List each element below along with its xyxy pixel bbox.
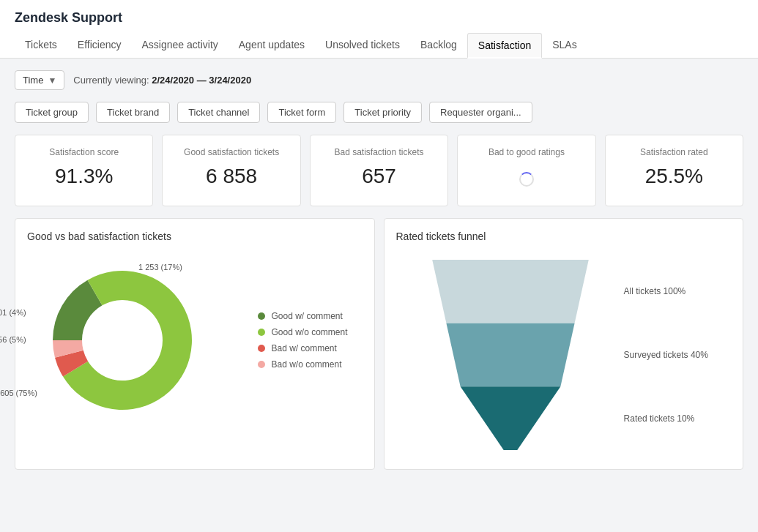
metrics-row: Satisfaction score91.3%Good satisfaction… bbox=[15, 135, 743, 206]
metric-card: Satisfaction score91.3% bbox=[15, 135, 153, 206]
funnel-level-label: All tickets 100% bbox=[624, 286, 708, 296]
charts-row: Good vs bad satisfaction tickets 1 253 (… bbox=[15, 218, 743, 470]
funnel-level-label: Surveyed tickets 40% bbox=[624, 350, 708, 360]
viewing-prefix: Currently viewing: bbox=[73, 75, 149, 86]
legend-dot bbox=[258, 361, 265, 368]
metric-label: Bad to good ratings bbox=[469, 147, 583, 157]
legend-label: Good w/o comment bbox=[271, 327, 347, 337]
viewing-text: Currently viewing: 2/24/2020 — 3/24/2020 bbox=[73, 75, 251, 86]
donut-annotation: 1 253 (17%) bbox=[138, 263, 182, 271]
time-label: Time bbox=[23, 75, 43, 86]
legend-dot bbox=[258, 312, 265, 320]
filter-chip-ticket-priority[interactable]: Ticket priority bbox=[343, 102, 422, 123]
donut-container: 1 253 (17%)301 (4%)356 (5%)5 605 (75%) G… bbox=[27, 252, 363, 428]
nav-tabs: TicketsEfficiencyAssignee activityAgent … bbox=[15, 33, 743, 58]
nav-tab-unsolved-tickets[interactable]: Unsolved tickets bbox=[315, 33, 410, 58]
filter-chip-ticket-brand[interactable]: Ticket brand bbox=[96, 102, 170, 123]
legend-label: Bad w/ comment bbox=[271, 343, 336, 353]
donut-chart-title: Good vs bad satisfaction tickets bbox=[27, 231, 363, 242]
funnel-segment bbox=[432, 260, 589, 323]
donut-chart-card: Good vs bad satisfaction tickets 1 253 (… bbox=[15, 218, 375, 470]
funnel-chart-title: Rated tickets funnel bbox=[396, 231, 732, 242]
donut-annotation: 301 (4%) bbox=[0, 308, 26, 317]
main-content: Time ▼ Currently viewing: 2/24/2020 — 3/… bbox=[0, 59, 758, 482]
donut-svg bbox=[42, 260, 203, 421]
loading-spinner bbox=[519, 172, 534, 187]
legend-item: Bad w/o comment bbox=[258, 359, 347, 370]
legend-label: Good w/ comment bbox=[271, 311, 342, 321]
metric-value: 25.5% bbox=[617, 165, 731, 188]
funnel-level-label: Rated tickets 10% bbox=[624, 413, 708, 424]
donut-annotation: 356 (5%) bbox=[0, 335, 26, 344]
filter-chips: Ticket groupTicket brandTicket channelTi… bbox=[15, 102, 743, 123]
time-filter[interactable]: Time ▼ bbox=[15, 70, 64, 90]
filter-chip-requester-organi...[interactable]: Requester organi... bbox=[429, 102, 532, 123]
legend-item: Good w/o comment bbox=[258, 327, 347, 337]
legend-dot bbox=[258, 345, 265, 352]
filter-icon: ▼ bbox=[48, 75, 56, 86]
funnel-svg bbox=[419, 260, 602, 450]
metric-label: Bad satisfaction tickets bbox=[322, 147, 436, 157]
funnel-chart-card: Rated tickets funnel All tickets 100%Sur… bbox=[384, 218, 744, 470]
app-title: Zendesk Support bbox=[15, 10, 743, 26]
filter-bar: Time ▼ Currently viewing: 2/24/2020 — 3/… bbox=[15, 70, 743, 90]
donut-annotation: 5 605 (75%) bbox=[0, 389, 37, 397]
metric-label: Good satisfaction tickets bbox=[174, 147, 288, 157]
legend-item: Bad w/ comment bbox=[258, 343, 347, 353]
funnel-container: All tickets 100%Surveyed tickets 40%Rate… bbox=[396, 252, 732, 457]
metric-value: 657 bbox=[322, 165, 436, 188]
app-header: Zendesk Support TicketsEfficiencyAssigne… bbox=[0, 0, 758, 59]
legend-dot bbox=[258, 329, 265, 336]
filter-chip-ticket-channel[interactable]: Ticket channel bbox=[177, 102, 260, 123]
nav-tab-agent-updates[interactable]: Agent updates bbox=[228, 33, 315, 58]
legend: Good w/ commentGood w/o commentBad w/ co… bbox=[258, 311, 347, 370]
metric-value: 91.3% bbox=[27, 165, 141, 188]
nav-tab-satisfaction[interactable]: Satisfaction bbox=[467, 33, 542, 59]
metric-label: Satisfaction rated bbox=[617, 147, 731, 157]
metric-card: Satisfaction rated25.5% bbox=[605, 135, 743, 206]
funnel-labels: All tickets 100%Surveyed tickets 40%Rate… bbox=[624, 260, 708, 450]
nav-tab-assignee-activity[interactable]: Assignee activity bbox=[132, 33, 228, 58]
funnel-segment bbox=[446, 323, 574, 387]
metric-card: Bad to good ratings bbox=[457, 135, 595, 206]
funnel-segment bbox=[460, 386, 560, 450]
nav-tab-tickets[interactable]: Tickets bbox=[15, 33, 67, 58]
donut-wrap: 1 253 (17%)301 (4%)356 (5%)5 605 (75%) bbox=[42, 260, 203, 421]
filter-chip-ticket-form[interactable]: Ticket form bbox=[267, 102, 336, 123]
metric-value: 6 858 bbox=[174, 165, 288, 188]
filter-chip-ticket-group[interactable]: Ticket group bbox=[15, 102, 89, 123]
legend-label: Bad w/o comment bbox=[271, 359, 341, 370]
metric-loading bbox=[469, 165, 583, 194]
nav-tab-slas[interactable]: SLAs bbox=[542, 33, 587, 58]
metric-card: Bad satisfaction tickets657 bbox=[310, 135, 448, 206]
nav-tab-efficiency[interactable]: Efficiency bbox=[67, 33, 132, 58]
legend-item: Good w/ comment bbox=[258, 311, 347, 321]
metric-label: Satisfaction score bbox=[27, 147, 141, 157]
viewing-range: 2/24/2020 — 3/24/2020 bbox=[152, 75, 251, 86]
metric-card: Good satisfaction tickets6 858 bbox=[162, 135, 300, 206]
nav-tab-backlog[interactable]: Backlog bbox=[410, 33, 467, 58]
